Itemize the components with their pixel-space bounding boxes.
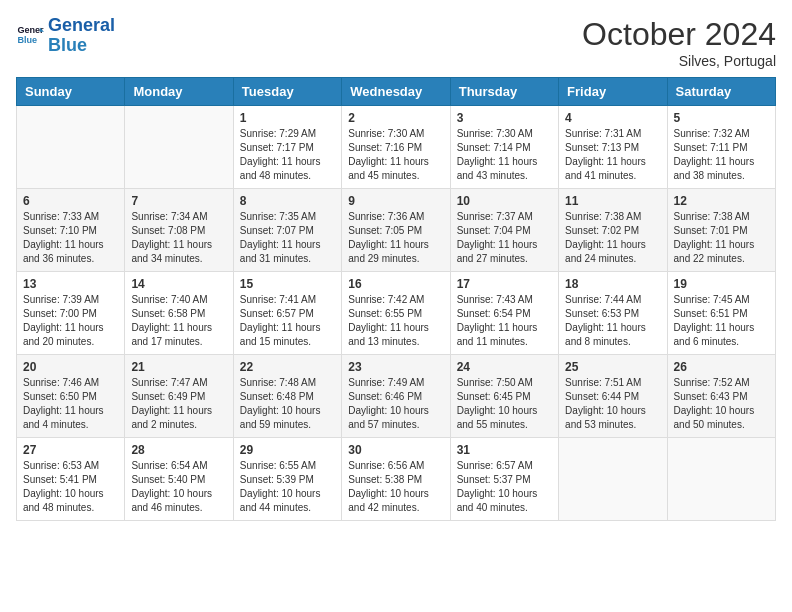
day-info: Sunrise: 7:46 AM Sunset: 6:50 PM Dayligh… (23, 376, 118, 432)
day-info: Sunrise: 7:50 AM Sunset: 6:45 PM Dayligh… (457, 376, 552, 432)
logo-icon: General Blue (16, 22, 44, 50)
header-row: SundayMondayTuesdayWednesdayThursdayFrid… (17, 78, 776, 106)
day-number: 1 (240, 111, 335, 125)
week-row: 20Sunrise: 7:46 AM Sunset: 6:50 PM Dayli… (17, 355, 776, 438)
calendar-cell: 15Sunrise: 7:41 AM Sunset: 6:57 PM Dayli… (233, 272, 341, 355)
day-number: 10 (457, 194, 552, 208)
day-info: Sunrise: 7:38 AM Sunset: 7:02 PM Dayligh… (565, 210, 660, 266)
day-number: 21 (131, 360, 226, 374)
day-number: 27 (23, 443, 118, 457)
calendar-cell: 28Sunrise: 6:54 AM Sunset: 5:40 PM Dayli… (125, 438, 233, 521)
day-number: 4 (565, 111, 660, 125)
day-number: 12 (674, 194, 769, 208)
day-header-monday: Monday (125, 78, 233, 106)
day-number: 25 (565, 360, 660, 374)
day-info: Sunrise: 7:30 AM Sunset: 7:14 PM Dayligh… (457, 127, 552, 183)
day-number: 19 (674, 277, 769, 291)
day-info: Sunrise: 7:38 AM Sunset: 7:01 PM Dayligh… (674, 210, 769, 266)
calendar-cell (667, 438, 775, 521)
calendar-cell: 14Sunrise: 7:40 AM Sunset: 6:58 PM Dayli… (125, 272, 233, 355)
calendar-cell: 25Sunrise: 7:51 AM Sunset: 6:44 PM Dayli… (559, 355, 667, 438)
day-info: Sunrise: 7:29 AM Sunset: 7:17 PM Dayligh… (240, 127, 335, 183)
day-info: Sunrise: 7:37 AM Sunset: 7:04 PM Dayligh… (457, 210, 552, 266)
day-number: 17 (457, 277, 552, 291)
title-block: October 2024 Silves, Portugal (582, 16, 776, 69)
day-info: Sunrise: 7:34 AM Sunset: 7:08 PM Dayligh… (131, 210, 226, 266)
day-number: 13 (23, 277, 118, 291)
day-header-tuesday: Tuesday (233, 78, 341, 106)
month-title: October 2024 (582, 16, 776, 53)
day-info: Sunrise: 7:44 AM Sunset: 6:53 PM Dayligh… (565, 293, 660, 349)
day-info: Sunrise: 7:48 AM Sunset: 6:48 PM Dayligh… (240, 376, 335, 432)
calendar-cell: 4Sunrise: 7:31 AM Sunset: 7:13 PM Daylig… (559, 106, 667, 189)
week-row: 1Sunrise: 7:29 AM Sunset: 7:17 PM Daylig… (17, 106, 776, 189)
calendar-cell (125, 106, 233, 189)
location: Silves, Portugal (582, 53, 776, 69)
calendar-cell: 22Sunrise: 7:48 AM Sunset: 6:48 PM Dayli… (233, 355, 341, 438)
day-number: 6 (23, 194, 118, 208)
day-number: 31 (457, 443, 552, 457)
day-number: 14 (131, 277, 226, 291)
day-info: Sunrise: 7:32 AM Sunset: 7:11 PM Dayligh… (674, 127, 769, 183)
calendar-cell: 7Sunrise: 7:34 AM Sunset: 7:08 PM Daylig… (125, 189, 233, 272)
day-info: Sunrise: 7:31 AM Sunset: 7:13 PM Dayligh… (565, 127, 660, 183)
day-info: Sunrise: 7:36 AM Sunset: 7:05 PM Dayligh… (348, 210, 443, 266)
logo-text: GeneralBlue (48, 16, 115, 56)
day-number: 24 (457, 360, 552, 374)
calendar-cell: 17Sunrise: 7:43 AM Sunset: 6:54 PM Dayli… (450, 272, 558, 355)
day-header-wednesday: Wednesday (342, 78, 450, 106)
calendar-cell: 19Sunrise: 7:45 AM Sunset: 6:51 PM Dayli… (667, 272, 775, 355)
day-info: Sunrise: 6:56 AM Sunset: 5:38 PM Dayligh… (348, 459, 443, 515)
day-info: Sunrise: 7:33 AM Sunset: 7:10 PM Dayligh… (23, 210, 118, 266)
calendar-cell: 16Sunrise: 7:42 AM Sunset: 6:55 PM Dayli… (342, 272, 450, 355)
day-number: 28 (131, 443, 226, 457)
week-row: 13Sunrise: 7:39 AM Sunset: 7:00 PM Dayli… (17, 272, 776, 355)
calendar-cell: 21Sunrise: 7:47 AM Sunset: 6:49 PM Dayli… (125, 355, 233, 438)
day-number: 9 (348, 194, 443, 208)
calendar-cell: 11Sunrise: 7:38 AM Sunset: 7:02 PM Dayli… (559, 189, 667, 272)
day-info: Sunrise: 6:57 AM Sunset: 5:37 PM Dayligh… (457, 459, 552, 515)
day-info: Sunrise: 7:42 AM Sunset: 6:55 PM Dayligh… (348, 293, 443, 349)
calendar-cell: 1Sunrise: 7:29 AM Sunset: 7:17 PM Daylig… (233, 106, 341, 189)
calendar-cell: 23Sunrise: 7:49 AM Sunset: 6:46 PM Dayli… (342, 355, 450, 438)
day-info: Sunrise: 7:52 AM Sunset: 6:43 PM Dayligh… (674, 376, 769, 432)
day-info: Sunrise: 6:53 AM Sunset: 5:41 PM Dayligh… (23, 459, 118, 515)
week-row: 27Sunrise: 6:53 AM Sunset: 5:41 PM Dayli… (17, 438, 776, 521)
day-header-friday: Friday (559, 78, 667, 106)
day-number: 16 (348, 277, 443, 291)
day-info: Sunrise: 7:39 AM Sunset: 7:00 PM Dayligh… (23, 293, 118, 349)
day-number: 3 (457, 111, 552, 125)
logo: General Blue GeneralBlue (16, 16, 115, 56)
calendar-cell: 30Sunrise: 6:56 AM Sunset: 5:38 PM Dayli… (342, 438, 450, 521)
day-info: Sunrise: 7:43 AM Sunset: 6:54 PM Dayligh… (457, 293, 552, 349)
day-number: 23 (348, 360, 443, 374)
day-number: 29 (240, 443, 335, 457)
day-number: 8 (240, 194, 335, 208)
calendar-cell: 5Sunrise: 7:32 AM Sunset: 7:11 PM Daylig… (667, 106, 775, 189)
day-header-saturday: Saturday (667, 78, 775, 106)
day-info: Sunrise: 7:47 AM Sunset: 6:49 PM Dayligh… (131, 376, 226, 432)
week-row: 6Sunrise: 7:33 AM Sunset: 7:10 PM Daylig… (17, 189, 776, 272)
day-info: Sunrise: 7:45 AM Sunset: 6:51 PM Dayligh… (674, 293, 769, 349)
calendar-cell: 8Sunrise: 7:35 AM Sunset: 7:07 PM Daylig… (233, 189, 341, 272)
day-number: 20 (23, 360, 118, 374)
calendar-table: SundayMondayTuesdayWednesdayThursdayFrid… (16, 77, 776, 521)
calendar-cell (559, 438, 667, 521)
svg-text:Blue: Blue (17, 35, 37, 45)
calendar-cell: 27Sunrise: 6:53 AM Sunset: 5:41 PM Dayli… (17, 438, 125, 521)
day-info: Sunrise: 7:40 AM Sunset: 6:58 PM Dayligh… (131, 293, 226, 349)
day-info: Sunrise: 6:55 AM Sunset: 5:39 PM Dayligh… (240, 459, 335, 515)
day-info: Sunrise: 6:54 AM Sunset: 5:40 PM Dayligh… (131, 459, 226, 515)
calendar-cell: 6Sunrise: 7:33 AM Sunset: 7:10 PM Daylig… (17, 189, 125, 272)
day-number: 26 (674, 360, 769, 374)
day-header-sunday: Sunday (17, 78, 125, 106)
calendar-cell: 9Sunrise: 7:36 AM Sunset: 7:05 PM Daylig… (342, 189, 450, 272)
calendar-cell: 3Sunrise: 7:30 AM Sunset: 7:14 PM Daylig… (450, 106, 558, 189)
calendar-cell: 10Sunrise: 7:37 AM Sunset: 7:04 PM Dayli… (450, 189, 558, 272)
day-header-thursday: Thursday (450, 78, 558, 106)
calendar-cell: 12Sunrise: 7:38 AM Sunset: 7:01 PM Dayli… (667, 189, 775, 272)
calendar-cell: 29Sunrise: 6:55 AM Sunset: 5:39 PM Dayli… (233, 438, 341, 521)
day-number: 15 (240, 277, 335, 291)
day-number: 18 (565, 277, 660, 291)
page-header: General Blue GeneralBlue October 2024 Si… (16, 16, 776, 69)
